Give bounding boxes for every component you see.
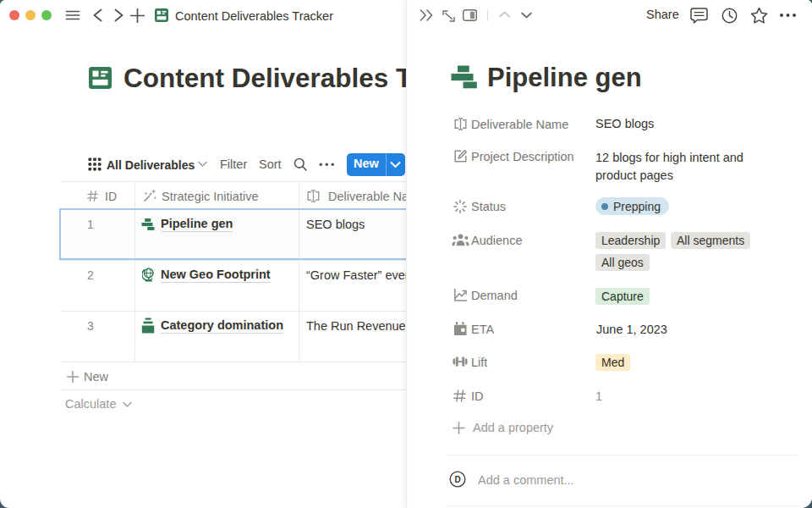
svg-text:D: D xyxy=(454,475,460,484)
